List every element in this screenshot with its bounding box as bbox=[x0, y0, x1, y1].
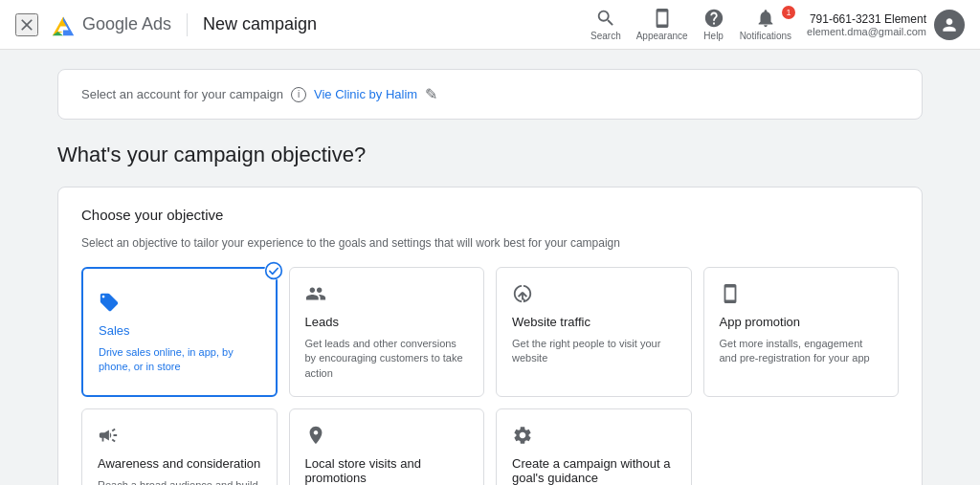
objective-item-website-traffic[interactable]: Website traffic Get the right people to … bbox=[496, 267, 692, 397]
leads-desc: Get leads and other conversions by encou… bbox=[305, 337, 469, 381]
notifications-label: Notifications bbox=[740, 31, 791, 41]
notification-badge: 1 bbox=[782, 6, 795, 19]
objective-card-title: Choose your objective bbox=[81, 207, 899, 223]
leads-icon bbox=[305, 283, 469, 307]
google-ads-logo-icon bbox=[50, 11, 77, 38]
account-phone: 791-661-3231 Element bbox=[807, 12, 926, 26]
top-navigation: Google Ads New campaign Search Appearanc… bbox=[0, 0, 980, 50]
no-guidance-icon bbox=[512, 425, 676, 449]
notifications-icon bbox=[755, 8, 776, 29]
account-bar-label: Select an account for your campaign bbox=[81, 87, 283, 101]
search-icon bbox=[595, 8, 616, 29]
objective-description: Select an objective to tailor your exper… bbox=[81, 234, 899, 252]
svg-point-3 bbox=[265, 263, 281, 279]
svg-marker-1 bbox=[63, 16, 74, 35]
appearance-icon bbox=[652, 8, 673, 29]
help-label: Help bbox=[703, 31, 724, 41]
no-guidance-name: Create a campaign without a goal's guida… bbox=[512, 456, 676, 485]
app-promotion-icon bbox=[720, 283, 883, 307]
awareness-name: Awareness and consideration bbox=[98, 456, 261, 471]
objective-item-leads[interactable]: Leads Get leads and other conversions by… bbox=[289, 267, 485, 397]
page-heading: What's your campaign objective? bbox=[57, 143, 923, 167]
website-traffic-desc: Get the right people to visit your websi… bbox=[512, 337, 676, 366]
objective-item-awareness[interactable]: Awareness and consideration Reach a broa… bbox=[81, 408, 278, 485]
awareness-desc: Reach a broad audience and build interes… bbox=[98, 478, 261, 485]
nav-left: Google Ads New campaign bbox=[15, 11, 590, 38]
objective-grid: Sales Drive sales online, in app, by pho… bbox=[81, 267, 899, 485]
edit-icon[interactable]: ✎ bbox=[425, 85, 437, 103]
objective-item-sales[interactable]: Sales Drive sales online, in app, by pho… bbox=[81, 267, 278, 397]
app-promotion-name: App promotion bbox=[720, 315, 883, 329]
awareness-icon bbox=[98, 425, 261, 449]
check-circle-sales bbox=[264, 261, 283, 280]
nav-divider bbox=[187, 13, 188, 36]
leads-name: Leads bbox=[305, 315, 469, 329]
sales-desc: Drive sales online, in app, by phone, or… bbox=[99, 345, 260, 375]
google-ads-logo: Google Ads bbox=[50, 11, 171, 38]
avatar[interactable] bbox=[934, 10, 965, 40]
nav-appearance-item[interactable]: Appearance bbox=[636, 8, 688, 41]
nav-notifications-item[interactable]: 1 Notifications bbox=[740, 8, 791, 41]
empty-cell bbox=[703, 408, 900, 485]
appearance-label: Appearance bbox=[636, 31, 688, 41]
logo-text: Google Ads bbox=[82, 14, 171, 34]
objective-item-app-promotion[interactable]: App promotion Get more installs, engagem… bbox=[703, 267, 900, 397]
objective-item-local-store[interactable]: Local store visits and promotions Drive … bbox=[289, 408, 485, 485]
main-content: Select an account for your campaign i Vi… bbox=[0, 50, 980, 485]
sales-name: Sales bbox=[99, 323, 260, 338]
close-button[interactable] bbox=[15, 13, 38, 36]
local-store-icon bbox=[305, 425, 469, 449]
sales-icon bbox=[99, 292, 260, 316]
account-email: element.dma@gmail.com bbox=[807, 26, 926, 37]
account-name-link[interactable]: Vie Clinic by Halim bbox=[314, 87, 417, 101]
page-title: New campaign bbox=[203, 14, 317, 34]
app-promotion-desc: Get more installs, engagement and pre-re… bbox=[720, 337, 883, 366]
account-selector-bar: Select an account for your campaign i Vi… bbox=[57, 69, 923, 120]
info-icon[interactable]: i bbox=[291, 87, 306, 102]
search-label: Search bbox=[590, 31, 621, 41]
website-traffic-name: Website traffic bbox=[512, 315, 676, 329]
help-icon bbox=[703, 8, 724, 29]
objective-card: Choose your objective Select an objectiv… bbox=[57, 187, 923, 485]
local-store-name: Local store visits and promotions bbox=[305, 456, 469, 485]
nav-search-item[interactable]: Search bbox=[590, 8, 621, 41]
nav-help-item[interactable]: Help bbox=[703, 8, 724, 41]
account-info[interactable]: 791-661-3231 Element element.dma@gmail.c… bbox=[807, 10, 965, 40]
objective-item-no-guidance[interactable]: Create a campaign without a goal's guida… bbox=[496, 408, 692, 485]
nav-right: Search Appearance Help 1 Notifications bbox=[590, 8, 965, 41]
website-traffic-icon bbox=[512, 283, 676, 307]
